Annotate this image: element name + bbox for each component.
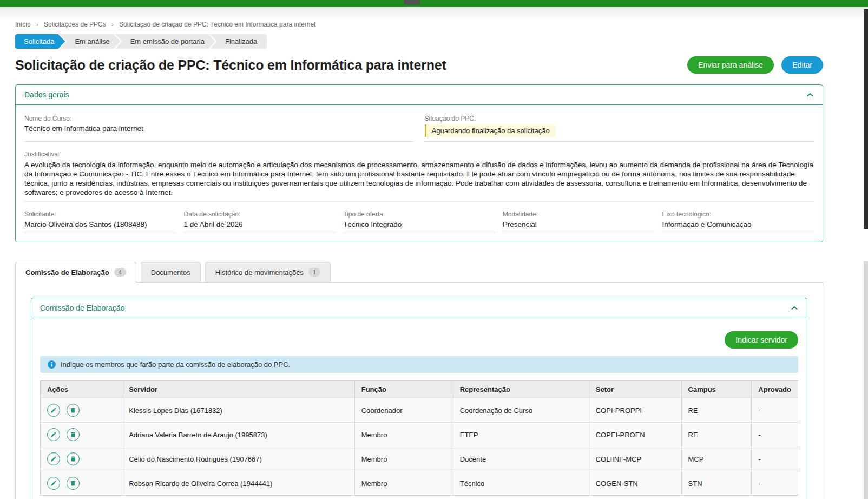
vertical-scrollbar-thumb[interactable] (864, 9, 868, 229)
modalidade-value: Presencial (503, 220, 655, 228)
page-actions: Enviar para análise Editar (687, 56, 823, 74)
breadcrumb-separator-icon: › (111, 21, 114, 28)
step-solicitada: Solicitada (15, 34, 65, 49)
situacao-status-badge: Aguardando finalização da solicitação (425, 124, 555, 137)
field-situacao-do-ppc: Situação do PPC: Aguardando finalização … (425, 115, 814, 142)
tab-label: Histórico de movimentações (215, 268, 304, 277)
enviar-para-analise-button[interactable]: Enviar para análise (687, 56, 774, 74)
tab-label: Comissão de Elaboração (25, 268, 109, 277)
cell-aprovado: - (752, 447, 798, 471)
table-row: Adriana Valeria Barreto de Araujo (19958… (41, 423, 798, 447)
tab-documentos[interactable]: Documentos (141, 262, 201, 283)
field-eixo-tecnologico: Eixo tecnológico: Informação e Comunicaç… (662, 211, 814, 233)
cell-funcao: Membro (354, 423, 453, 447)
row-actions (41, 471, 122, 496)
tab-count-badge: 1 (308, 268, 320, 277)
eixo-tecnologico-value: Informação e Comunicação (662, 220, 814, 228)
chevron-up-icon[interactable] (806, 91, 814, 99)
row-actions (41, 423, 122, 447)
cell-servidor: Celio do Nascimento Rodrigues (1907667) (122, 447, 355, 471)
step-finalizada: Finalizada (210, 34, 267, 49)
tab-comissao-de-elaboracao[interactable]: Comissão de Elaboração 4 (15, 262, 136, 283)
cell-aprovado: - (752, 398, 798, 423)
cell-funcao: Coordenador (354, 398, 453, 423)
field-tipo-oferta: Tipo de oferta: Técnico Integrado (343, 211, 495, 233)
cell-representacao: Coordenação de Curso (453, 398, 589, 423)
comissao-body: Indicar servidor Indique os membros que … (31, 318, 807, 499)
delete-button[interactable] (67, 452, 80, 465)
col-representacao: Representação (453, 381, 589, 398)
nome-do-curso-value: Técnico em Informática para internet (24, 124, 414, 133)
app-screen: Início › Solicitações de PPCs › Solicita… (0, 0, 868, 499)
members-table: Ações Servidor Função Representação Seto… (40, 380, 798, 496)
row-actions (41, 398, 122, 423)
cell-funcao: Membro (354, 471, 453, 496)
table-header-row: Ações Servidor Função Representação Seto… (41, 381, 798, 398)
cell-campus: RE (681, 423, 752, 447)
cell-setor: COPEI-PROEN (589, 423, 681, 447)
tab-label: Documentos (151, 268, 190, 277)
cell-setor: COPI-PROPPI (589, 398, 681, 423)
cell-campus: STN (681, 471, 752, 496)
modalidade-label: Modalidade: (503, 211, 655, 218)
table-row: Celio do Nascimento Rodrigues (1907667) … (41, 447, 798, 471)
col-acoes: Ações (41, 381, 122, 398)
dados-gerais-header[interactable]: Dados gerais (16, 85, 823, 105)
breadcrumb-separator-icon: › (36, 21, 38, 28)
comissao-panel: Comissão de Elaboração Indicar servidor … (31, 298, 807, 499)
top-green-bar (0, 0, 868, 7)
solicitante-label: Solicitante: (24, 211, 176, 218)
chevron-up-icon[interactable] (791, 304, 798, 312)
edit-button[interactable] (47, 452, 60, 465)
field-modalidade: Modalidade: Presencial (503, 211, 655, 233)
tab-content: Comissão de Elaboração Indicar servidor … (15, 282, 823, 499)
info-alert: Indique os membros que farão parte da co… (40, 356, 798, 373)
comissao-header[interactable]: Comissão de Elaboração (31, 298, 807, 318)
solicitante-value: Marcio Oliveira dos Santos (1808488) (24, 220, 176, 228)
cell-aprovado: - (752, 471, 798, 496)
situacao-do-ppc-label: Situação do PPC: (425, 115, 814, 122)
cell-representacao: ETEP (453, 423, 589, 447)
step-em-emissao-de-portaria: Em emissão de portaria (115, 34, 215, 49)
edit-button[interactable] (47, 428, 60, 441)
edit-button[interactable] (47, 404, 60, 417)
indicar-servidor-button[interactable]: Indicar servidor (725, 331, 798, 349)
indicar-row: Indicar servidor (40, 331, 798, 349)
info-icon (48, 360, 56, 369)
col-servidor: Servidor (122, 381, 355, 398)
cell-aprovado: - (752, 423, 798, 447)
justificativa-text: A evolução da tecnologia da informação, … (24, 160, 814, 197)
breadcrumb-inicio[interactable]: Início (15, 21, 31, 28)
tipo-oferta-label: Tipo de oferta: (343, 211, 495, 218)
cell-campus: MCP (681, 447, 752, 471)
title-row: Solicitação de criação de PPC: Técnico e… (15, 56, 823, 74)
delete-button[interactable] (67, 428, 80, 441)
tab-bar: Comissão de Elaboração 4 Documentos Hist… (15, 262, 823, 282)
edit-button[interactable] (47, 477, 60, 490)
delete-button[interactable] (67, 404, 80, 417)
info-alert-text: Indique os membros que farão parte da co… (61, 360, 290, 369)
status-steps: Solicitada Em análise Em emissão de port… (15, 34, 823, 49)
delete-button[interactable] (67, 477, 80, 490)
editar-button[interactable]: Editar (781, 56, 823, 74)
vertical-scrollbar-track[interactable] (864, 261, 868, 499)
col-campus: Campus (681, 381, 752, 398)
cell-campus: RE (681, 398, 752, 423)
cell-funcao: Membro (354, 447, 453, 471)
table-row: Klessis Lopes Dias (1671832) Coordenador… (41, 398, 798, 423)
tab-historico-de-movimentacoes[interactable]: Histórico de movimentações 1 (205, 262, 331, 283)
cell-setor: COLIINF-MCP (589, 447, 681, 471)
row-actions (41, 447, 122, 471)
field-solicitante: Solicitante: Marcio Oliveira dos Santos … (24, 211, 176, 233)
browser-notch (404, 0, 420, 5)
page-title: Solicitação de criação de PPC: Técnico e… (15, 57, 446, 73)
table-row: Robson Ricardo de Oliveira Correa (19444… (41, 471, 798, 496)
eixo-tecnologico-label: Eixo tecnológico: (662, 211, 814, 218)
dados-gerais-panel: Dados gerais Nome do Curso: Técnico em I… (15, 84, 823, 242)
breadcrumb-solicitacoes[interactable]: Solicitações de PPCs (44, 21, 106, 28)
step-em-analise: Em análise (60, 34, 120, 49)
justificativa-label: Justificativa: (24, 150, 814, 158)
dados-gerais-title: Dados gerais (24, 90, 69, 99)
comissao-title: Comissão de Elaboração (40, 304, 124, 312)
breadcrumb: Início › Solicitações de PPCs › Solicita… (15, 21, 823, 28)
